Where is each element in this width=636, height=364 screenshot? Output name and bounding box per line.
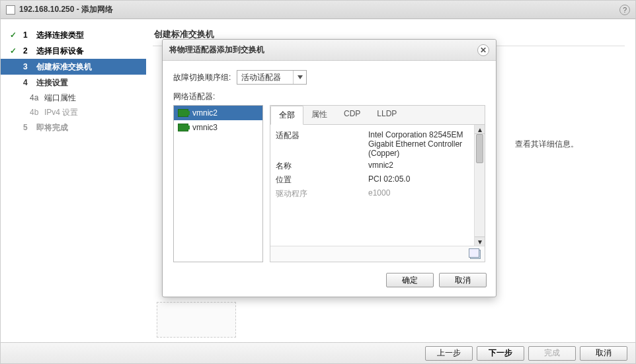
wizard-step-2[interactable]: ✓ 2 选择目标设备	[1, 43, 146, 59]
check-icon: ✓	[10, 46, 19, 55]
detail-scrollbar[interactable]: ▴ ▾	[474, 125, 485, 246]
host-icon	[6, 5, 15, 15]
wizard-substep-label: 端口属性	[44, 92, 76, 104]
dialog-ok-button[interactable]: 确定	[386, 273, 434, 287]
wizard-step-1[interactable]: ✓ 1 选择连接类型	[1, 27, 146, 43]
wizard-substep-label: IPv4 设置	[44, 107, 78, 118]
back-button[interactable]: 上一步	[425, 346, 473, 361]
cancel-button[interactable]: 取消	[580, 346, 627, 361]
adapter-item-vmnic2[interactable]: vmnic2	[174, 106, 262, 120]
prop-row: 名称 vmnic2	[276, 159, 479, 173]
prop-value: vmnic2	[368, 161, 479, 172]
copy-toolbar	[270, 246, 485, 262]
nic-icon	[178, 109, 188, 117]
prop-row: 位置 PCI 02:05.0	[276, 173, 479, 187]
wizard-step-label: 即将完成	[36, 122, 68, 133]
tab-all[interactable]: 全部	[270, 106, 303, 125]
failover-group-dropdown[interactable]: 活动适配器	[237, 70, 307, 85]
check-icon: ✓	[10, 30, 19, 40]
detail-content: 适配器 Intel Corporation 82545EM Gigabit Et…	[270, 125, 485, 205]
wizard-substep-4a[interactable]: 4a 端口属性	[1, 91, 146, 105]
wizard-step-label: 创建标准交换机	[36, 61, 92, 73]
prop-value: e1000	[368, 188, 479, 200]
prop-row: 适配器 Intel Corporation 82545EM Gigabit Et…	[276, 129, 479, 159]
tab-properties[interactable]: 属性	[303, 106, 336, 124]
content-hint: 查看其详细信息。	[510, 139, 578, 149]
adapter-list[interactable]: vmnic2 vmnic3	[173, 105, 263, 262]
copy-icon[interactable]	[470, 250, 481, 259]
close-icon[interactable]: ✕	[477, 44, 489, 56]
wizard-step-label: 连接设置	[36, 77, 68, 89]
prop-value: PCI 02:05.0	[368, 174, 479, 186]
scroll-down-icon[interactable]: ▾	[475, 237, 485, 246]
scroll-up-icon[interactable]: ▴	[475, 125, 485, 134]
prop-key: 名称	[276, 161, 368, 172]
chevron-down-icon[interactable]	[293, 71, 306, 84]
nic-icon	[178, 124, 188, 131]
adapter-detail-panel: 全部 属性 CDP LLDP 适配器 Intel Corporation 825…	[270, 105, 485, 262]
tab-cdp[interactable]: CDP	[336, 106, 369, 124]
prop-key: 位置	[276, 174, 368, 186]
dialog-titlebar: 将物理适配器添加到交换机 ✕	[163, 40, 496, 61]
wizard-step-label: 选择连接类型	[36, 30, 84, 41]
window-title: 192.168.10.250 - 添加网络	[19, 4, 113, 15]
wizard-footer: 上一步 下一步 完成 取消	[1, 342, 635, 363]
prop-key: 适配器	[276, 130, 368, 158]
next-button[interactable]: 下一步	[477, 346, 524, 361]
prop-row: 驱动程序 e1000	[276, 187, 479, 201]
add-adapter-dialog: 将物理适配器添加到交换机 ✕ 故障切换顺序组: 活动适配器 网络适配器: vmn…	[162, 39, 497, 297]
prop-value: Intel Corporation 82545EM Gigabit Ethern…	[368, 130, 479, 158]
dropdown-value: 活动适配器	[237, 72, 293, 83]
wizard-step-4[interactable]: 4 连接设置	[1, 75, 146, 91]
finish-button: 完成	[528, 346, 576, 361]
failover-label: 故障切换顺序组:	[173, 72, 237, 83]
wizard-substep-4b: 4b IPv4 设置	[1, 105, 146, 120]
adapter-name: vmnic2	[192, 108, 218, 118]
dialog-cancel-button[interactable]: 取消	[439, 273, 487, 287]
placeholder-box	[157, 302, 236, 338]
detail-tabs: 全部 属性 CDP LLDP	[270, 106, 485, 125]
window-titlebar: 192.168.10.250 - 添加网络 ?	[1, 1, 635, 19]
wizard-step-5[interactable]: 5 即将完成	[1, 120, 146, 135]
adapter-name: vmnic3	[192, 123, 218, 132]
tab-lldp[interactable]: LLDP	[369, 106, 405, 124]
wizard-step-3[interactable]: 3 创建标准交换机	[1, 59, 146, 75]
wizard-step-label: 选择目标设备	[36, 46, 84, 57]
scroll-thumb[interactable]	[476, 134, 483, 163]
adapter-item-vmnic3[interactable]: vmnic3	[174, 120, 262, 135]
prop-key: 驱动程序	[276, 188, 368, 200]
help-icon[interactable]: ?	[619, 5, 630, 15]
adapters-label: 网络适配器:	[173, 91, 485, 102]
wizard-nav: ✓ 1 选择连接类型 ✓ 2 选择目标设备 3 创建标准交换机 4 连接设置 4…	[1, 19, 146, 343]
dialog-title: 将物理适配器添加到交换机	[169, 44, 264, 55]
